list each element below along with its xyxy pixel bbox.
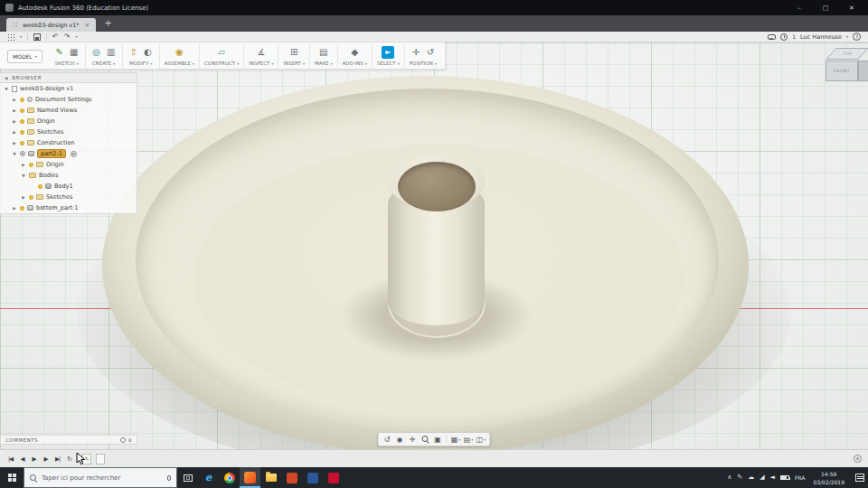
ribbon-group-insert[interactable]: ⊞ INSERT▾	[278, 44, 310, 69]
volume-icon[interactable]: ◄	[770, 474, 775, 481]
visibility-bulb-icon[interactable]	[38, 184, 42, 189]
browser-item-named-views[interactable]: ▶ Named Views	[0, 105, 137, 116]
edit-in-place-icon[interactable]: ⊕	[71, 151, 77, 157]
pan-button[interactable]: ✛	[407, 434, 419, 446]
browser-item-active-component[interactable]: ▼ part2:1 ⊕	[0, 148, 137, 159]
orange-app-button[interactable]	[281, 467, 302, 488]
visibility-bulb-icon[interactable]	[20, 98, 24, 102]
grid-settings-button[interactable]: ▤▾	[463, 434, 475, 446]
insert-icon[interactable]: ⊞	[288, 46, 300, 59]
construction-plane-icon[interactable]: ▱	[215, 46, 228, 59]
visibility-bulb-icon[interactable]	[20, 108, 24, 113]
save-icon[interactable]	[33, 33, 41, 41]
comment-icon[interactable]	[768, 34, 776, 40]
view-cube-top-face[interactable]: TOP	[826, 48, 868, 60]
file-explorer-button[interactable]	[260, 467, 281, 488]
browser-header[interactable]: ◀ BROWSER	[0, 73, 137, 83]
timeline-go-to-end-button[interactable]: ▶|	[53, 455, 61, 463]
ribbon-group-construct[interactable]: ▱ CONSTRUCT▾	[200, 44, 244, 69]
ribbon-group-add-ins[interactable]: ◆ ADD-INS▾	[338, 44, 373, 69]
expander-icon[interactable]: ▶	[12, 206, 17, 211]
help-button[interactable]: ?	[853, 33, 861, 41]
browser-collapse-icon[interactable]: ◀	[5, 76, 8, 80]
hidden-icons-chevron[interactable]: ∧	[727, 474, 731, 481]
ribbon-group-create[interactable]: ◎ ▥ CREATE▾	[86, 44, 123, 69]
browser-item-bodies[interactable]: ▼ Bodies	[0, 170, 137, 181]
file-menu-chevron-icon[interactable]: ▾	[20, 34, 22, 39]
microphone-icon[interactable]	[167, 475, 171, 481]
task-view-button[interactable]	[177, 467, 198, 488]
visibility-bulb-icon[interactable]	[29, 195, 33, 200]
browser-item-document-settings[interactable]: ▶ Document Settings	[0, 94, 137, 105]
ribbon-group-sketch[interactable]: ✎ ▦ SKETCH▾	[49, 44, 86, 69]
maximize-button[interactable]: □	[815, 5, 836, 12]
expander-icon[interactable]: ▶	[12, 119, 17, 124]
ribbon-group-select[interactable]: ► SELECT▾	[373, 44, 405, 69]
orbit-button[interactable]: ↺	[382, 434, 393, 446]
onedrive-cloud-icon[interactable]: ☁	[748, 474, 754, 481]
ribbon-group-inspect[interactable]: ∡ INSPECT▾	[244, 44, 278, 69]
start-button[interactable]	[0, 467, 24, 488]
visibility-bulb-icon[interactable]	[20, 130, 24, 135]
taskbar-search[interactable]	[24, 467, 177, 488]
press-pull-icon[interactable]: ⇧	[127, 46, 140, 59]
ribbon-group-modify[interactable]: ⇧ ◐ MODIFY▾	[123, 44, 160, 69]
timeline-step-forward-button[interactable]: ▶	[42, 455, 50, 463]
add-ins-icon[interactable]: ◆	[348, 46, 361, 59]
browser-item-bottom-part[interactable]: ▶ bottom_part:1	[0, 202, 137, 213]
browser-item-body1[interactable]: Body1	[0, 181, 137, 192]
new-component-icon[interactable]: ◉	[173, 46, 185, 59]
expander-icon[interactable]: ▼	[12, 152, 17, 156]
redo-icon[interactable]: ↷	[64, 33, 71, 41]
timeline-feature[interactable]	[96, 454, 105, 465]
browser-item-sketches[interactable]: ▶ Sketches	[0, 127, 137, 137]
minimize-button[interactable]: –	[788, 5, 810, 12]
expander-icon[interactable]: ▼	[4, 87, 9, 91]
visibility-bulb-icon[interactable]	[29, 163, 33, 167]
create-form-icon[interactable]: ◎	[90, 46, 103, 59]
data-panel-icon[interactable]	[7, 33, 14, 41]
expander-icon[interactable]: ▶	[21, 163, 26, 167]
browser-item-construction[interactable]: ▶ Construction	[0, 137, 137, 148]
measure-icon[interactable]: ∡	[255, 46, 268, 59]
display-settings-button[interactable]: ▦▾	[450, 434, 462, 446]
language-indicator[interactable]: FRA	[795, 474, 805, 481]
visibility-bulb-icon[interactable]	[20, 141, 24, 145]
view-cube[interactable]: TOP FRONT	[817, 47, 868, 94]
visibility-bulb-icon[interactable]	[20, 206, 24, 211]
capture-position-icon[interactable]: ✛	[410, 46, 422, 59]
expander-icon[interactable]: ▶	[12, 141, 17, 145]
view-cube-side-face[interactable]	[858, 61, 868, 81]
look-at-button[interactable]: ◉	[394, 434, 406, 446]
red-app-button[interactable]	[323, 467, 344, 488]
network-icon[interactable]: ◢	[760, 474, 764, 481]
visibility-bulb-icon[interactable]	[20, 119, 24, 124]
timeline-step-back-button[interactable]: ◀	[18, 455, 26, 463]
select-cursor-icon[interactable]: ►	[382, 46, 394, 59]
timeline-go-to-start-button[interactable]: |◀	[6, 455, 14, 463]
new-tab-button[interactable]: +	[104, 19, 111, 28]
browser-item-origin[interactable]: ▶ Origin	[0, 116, 137, 127]
edge-app-button[interactable]: e	[198, 467, 219, 488]
timeline-loop-button[interactable]: ↻	[65, 455, 73, 463]
revert-position-icon[interactable]: ↺	[424, 46, 437, 59]
ink-workspace-icon[interactable]: ✎	[737, 474, 742, 481]
browser-item-root-document[interactable]: ▼ week03-design v1	[0, 83, 137, 94]
user-name[interactable]: Luc Hanneuse	[800, 33, 842, 41]
browser-item-component-origin[interactable]: ▶ Origin	[0, 159, 137, 170]
ribbon-group-assemble[interactable]: ◉ ASSEMBLE▾	[160, 44, 200, 69]
expander-icon[interactable]: ▼	[21, 174, 26, 178]
job-status-clock-icon[interactable]	[780, 33, 788, 41]
timeline-settings-gear-icon[interactable]	[854, 455, 862, 463]
ribbon-group-position[interactable]: ✛ ↺ POSITION▾	[405, 44, 441, 69]
view-cube-front-face[interactable]: FRONT	[826, 61, 858, 81]
comments-bar[interactable]: COMMENTS 0	[0, 435, 137, 445]
sketch-tools-icon[interactable]: ▦	[68, 46, 80, 59]
battery-icon[interactable]	[780, 475, 789, 480]
create-sketch-icon[interactable]: ✎	[53, 46, 66, 59]
browser-item-component-sketches[interactable]: ▶ Sketches	[0, 192, 137, 202]
expander-icon[interactable]: ▶	[21, 195, 26, 200]
blue-app-button[interactable]	[302, 467, 323, 488]
model-inner-cylinder[interactable]	[398, 162, 476, 211]
fit-button[interactable]: ▣	[432, 434, 444, 446]
